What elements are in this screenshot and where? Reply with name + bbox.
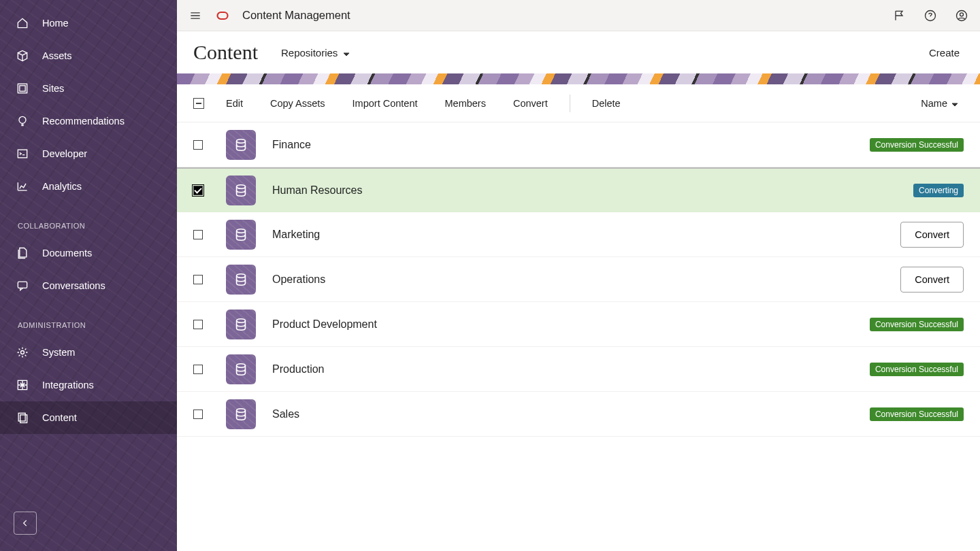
import-content-action[interactable]: Import Content [353,98,418,109]
sidebar-item-developer[interactable]: Developer [0,137,177,170]
sort-label: Name [921,98,947,109]
members-action[interactable]: Members [445,98,486,109]
create-button[interactable]: Create [929,47,964,59]
sidebar-item-label: Recommendations [42,116,125,127]
edit-action[interactable]: Edit [226,98,243,109]
sidebar-section-administration: ADMINISTRATION [0,302,177,336]
svg-rect-3 [18,150,27,158]
home-icon [15,16,30,31]
action-bar: Edit Copy Assets Import Content Members … [177,84,980,122]
subheader: Content Repositories Create [177,31,980,73]
svg-point-2 [19,116,26,123]
svg-point-5 [21,351,24,354]
repository-name: Operations [272,273,900,286]
sidebar: Home Assets Sites Recommendations Develo… [0,0,177,551]
convert-button[interactable]: Convert [900,222,964,248]
sidebar-item-documents[interactable]: Documents [0,237,177,269]
table-row[interactable]: FinanceConversion Successful [177,122,980,167]
database-icon [226,265,256,295]
bulb-icon [15,114,30,129]
main: Content Management Content Repositories … [177,0,980,551]
table-row[interactable]: OperationsConvert [177,257,980,302]
decorative-stripe [177,73,980,84]
copy-assets-action[interactable]: Copy Assets [270,98,325,109]
svg-point-11 [957,10,967,20]
chevron-down-icon [951,98,958,109]
sidebar-item-home[interactable]: Home [0,7,177,39]
sidebar-item-label: Developer [42,148,87,159]
help-icon[interactable] [921,7,939,24]
row-checkbox[interactable] [193,230,203,239]
sidebar-item-content[interactable]: Content [0,401,177,434]
database-icon [226,176,256,205]
table-row[interactable]: Product DevelopmentConversion Successful [177,302,980,347]
convert-button[interactable]: Convert [900,267,964,293]
sidebar-item-label: Documents [42,248,92,258]
sidebar-item-assets[interactable]: Assets [0,39,177,72]
sidebar-item-label: Home [42,18,69,29]
collapse-sidebar-button[interactable] [14,512,37,535]
svg-point-13 [237,139,246,143]
gear-icon [15,345,30,360]
table-row[interactable]: ProductionConversion Successful [177,347,980,392]
svg-point-18 [237,363,246,367]
sidebar-item-label: Integrations [42,380,94,390]
svg-point-12 [960,12,964,16]
row-checkbox[interactable] [193,186,203,195]
svg-point-17 [237,318,246,322]
svg-point-15 [237,229,246,233]
sidebar-item-label: System [42,347,75,358]
status-badge: Conversion Successful [870,318,964,331]
repository-name: Sales [272,408,870,420]
repository-name: Product Development [272,318,870,331]
sidebar-item-conversations[interactable]: Conversations [0,269,177,302]
row-checkbox[interactable] [193,140,203,150]
sidebar-item-system[interactable]: System [0,336,177,369]
row-checkbox[interactable] [193,365,203,374]
status-badge: Conversion Successful [870,138,964,152]
menu-button[interactable] [186,7,204,24]
row-checkbox[interactable] [193,275,203,284]
status-badge: Converting [913,184,964,197]
convert-action[interactable]: Convert [513,98,548,109]
oracle-logo-icon [214,7,231,24]
sidebar-item-label: Analytics [42,181,82,192]
database-icon [226,354,256,384]
sidebar-item-analytics[interactable]: Analytics [0,170,177,203]
sidebar-item-integrations[interactable]: Integrations [0,369,177,401]
sidebar-item-sites[interactable]: Sites [0,72,177,105]
repository-name: Production [272,363,870,375]
svg-rect-1 [20,86,25,91]
svg-point-14 [237,184,246,188]
status-badge: Conversion Successful [870,363,964,376]
table-row[interactable]: MarketingConvert [177,212,980,257]
svg-rect-8 [20,415,27,423]
repository-name: Marketing [272,229,900,241]
dropdown-label: Repositories [281,47,338,59]
sidebar-item-label: Sites [42,83,64,94]
row-checkbox[interactable] [193,320,203,329]
sort-dropdown[interactable]: Name [921,98,958,109]
sidebar-section-collaboration: COLLABORATION [0,203,177,237]
app-title: Content Management [242,9,350,22]
database-icon [226,130,256,160]
chat-icon [15,278,30,293]
user-icon[interactable] [953,7,970,24]
sidebar-item-recommendations[interactable]: Recommendations [0,105,177,137]
cube-icon [15,48,30,63]
select-all-checkbox[interactable] [193,98,204,109]
delete-action[interactable]: Delete [592,98,621,109]
flag-icon[interactable] [890,7,908,24]
database-icon [226,310,256,339]
topbar: Content Management [177,0,980,31]
table-row[interactable]: SalesConversion Successful [177,392,980,437]
repository-list: FinanceConversion SuccessfulHuman Resour… [177,122,980,551]
database-icon [226,399,256,429]
row-checkbox[interactable] [193,410,203,419]
table-row[interactable]: Human ResourcesConverting [177,167,980,212]
sidebar-item-label: Content [42,412,77,423]
sidebar-item-label: Assets [42,50,72,61]
repositories-dropdown[interactable]: Repositories [281,47,350,59]
separator [570,95,570,112]
sidebar-item-label: Conversations [42,280,105,291]
